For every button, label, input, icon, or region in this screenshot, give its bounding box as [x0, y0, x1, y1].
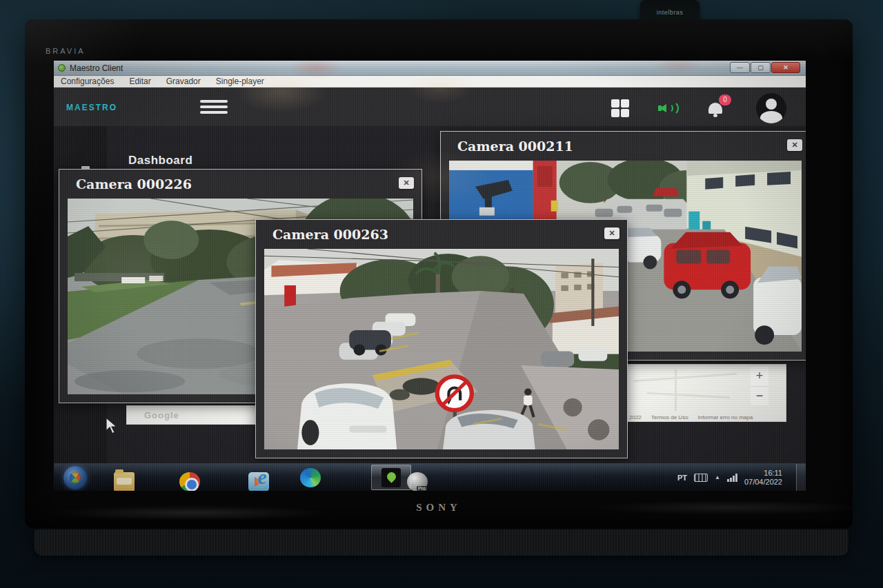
green-pin-icon [385, 470, 397, 483]
menu-bar: Configurações Editar Gravador Single-pla… [54, 76, 806, 88]
internet-explorer-icon[interactable]: e [252, 468, 272, 487]
explorer-icon[interactable] [114, 472, 135, 491]
page-title: Dashboard [128, 154, 192, 168]
map-panel[interactable]: + − 2022 Termos de Uso Informar erro no … [626, 364, 786, 422]
mouse-cursor [105, 417, 119, 435]
window-titlebar[interactable]: Maestro Client — ▢ ✕ [54, 61, 806, 76]
camera-title: Camera 000263 [272, 227, 388, 242]
map-zoom-in-button[interactable]: + [751, 367, 768, 387]
tray-expand-icon[interactable]: ▲ [715, 474, 720, 480]
camera-close-button[interactable]: ✕ [787, 139, 802, 151]
taskbar: e Pro PT ▲ 16:11 07/04/2022 [54, 463, 806, 491]
layout-grid-icon[interactable] [611, 99, 629, 117]
tv-frame: BRAVIA Maestro Client — ▢ ✕ Configuraçõe… [25, 19, 853, 528]
map-zoom-out-button[interactable]: − [751, 387, 768, 406]
map-report-link[interactable]: Informar erro no mapa [698, 414, 753, 420]
window-title: Maestro Client [70, 63, 123, 73]
avatar-person-icon [766, 99, 777, 110]
clock-date: 07/04/2022 [744, 478, 782, 487]
tv-brand-label: BRAVIA [46, 47, 86, 55]
maestro-taskbar-button[interactable] [371, 465, 411, 490]
map-terms-link[interactable]: Termos de Uso [651, 414, 688, 420]
tv-speaker-grille [34, 529, 849, 556]
show-desktop-button[interactable] [796, 464, 806, 491]
maestro-app-icon [381, 468, 401, 487]
start-button[interactable] [63, 466, 87, 489]
bell-icon [708, 103, 722, 114]
clock-time: 16:11 [744, 469, 782, 478]
street-scene-263 [264, 249, 619, 449]
language-indicator[interactable]: PT [677, 474, 687, 482]
menu-configuracoes[interactable]: Configurações [61, 77, 114, 86]
tv-screen: Maestro Client — ▢ ✕ Configurações Edita… [54, 61, 806, 491]
map-attribution: 2022 Termos de Uso Informar erro no mapa [626, 414, 786, 420]
camera-title: Camera 000226 [76, 176, 192, 192]
maestro-window-icon [58, 64, 66, 72]
hamburger-menu-icon[interactable] [200, 100, 228, 115]
windows-flag-icon [68, 470, 83, 486]
chrome-icon[interactable] [179, 472, 200, 491]
intelbras-label: intelbras [640, 9, 700, 16]
notifications-button[interactable]: 0 [706, 97, 727, 119]
network-signal-icon[interactable] [727, 474, 737, 482]
tv-logo: SONY [25, 502, 853, 514]
app-header: MAESTRO 0 [54, 88, 806, 126]
clock[interactable]: 16:11 07/04/2022 [744, 469, 782, 487]
map-attribution-year: 2022 [629, 414, 642, 420]
keyboard-icon[interactable] [694, 474, 708, 482]
map-zoom-controls: + − [751, 367, 768, 405]
maximize-button[interactable]: ▢ [751, 62, 771, 73]
menu-single-player[interactable]: Single-player [216, 77, 264, 86]
camera-title: Camera 000211 [457, 139, 573, 154]
close-button[interactable]: ✕ [771, 62, 800, 73]
menu-gravador[interactable]: Gravador [166, 77, 201, 86]
menu-editar[interactable]: Editar [129, 77, 150, 86]
maestro-logo: MAESTRO [66, 103, 117, 112]
edge-icon[interactable] [300, 468, 321, 487]
photo-background: intelbras BRAVIA Maestro Client — ▢ ✕ Co… [0, 0, 883, 588]
notification-badge: 0 [719, 94, 731, 105]
pro-badge: Pro [417, 486, 427, 491]
camera-close-button[interactable]: ✕ [604, 227, 619, 239]
google-watermark: Google [144, 410, 179, 420]
camera-feed-000263 [264, 249, 619, 449]
camera-close-button[interactable]: ✕ [399, 177, 414, 189]
user-avatar[interactable] [756, 93, 786, 123]
system-tray: PT ▲ 16:11 07/04/2022 [677, 464, 782, 491]
minimize-button[interactable]: — [730, 62, 750, 73]
camera-window-000263[interactable]: Camera 000263 ✕ [255, 219, 628, 458]
speaker-icon[interactable] [658, 99, 677, 117]
